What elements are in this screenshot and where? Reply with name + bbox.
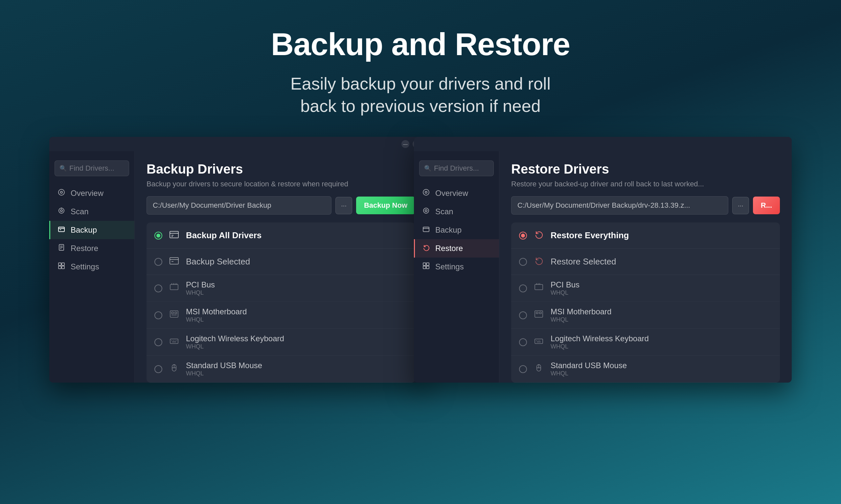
backup-panel-subtitle: Backup your drivers to secure location &… <box>147 180 415 188</box>
restore-driver-row-msi[interactable]: MSI Motherboard WHQL <box>511 302 780 329</box>
sidebar-label-overview-r: Overview <box>435 189 468 198</box>
sidebar-label-restore: Restore <box>71 244 98 253</box>
search-box-restore[interactable]: 🔍 Find Drivers... <box>419 160 494 176</box>
svg-rect-14 <box>58 266 61 269</box>
r-mouse-name: Standard USB Mouse <box>551 361 627 370</box>
driver-row-msi[interactable]: MSI Motherboard WHQL <box>147 302 415 329</box>
backup-panel-header: Backup Drivers Backup your drivers to se… <box>135 151 427 196</box>
svg-point-3 <box>61 210 63 212</box>
restore-window: 🔍 Find Drivers... Overview <box>414 137 792 383</box>
radio-backup-all[interactable] <box>154 232 162 239</box>
sidebar-item-settings-r[interactable]: Settings <box>414 257 499 276</box>
restore-panel-header: Restore Drivers Restore your backed-up d… <box>499 151 792 196</box>
radio-backup-selected[interactable] <box>154 258 162 266</box>
restore-driver-row-pci[interactable]: PCI Bus WHQL <box>511 275 780 302</box>
restore-dots-button[interactable]: ··· <box>732 197 749 214</box>
search-placeholder-restore: Find Drivers... <box>434 164 479 173</box>
sidebar-item-overview-r[interactable]: Overview <box>414 184 499 202</box>
search-placeholder: Find Drivers... <box>69 164 114 173</box>
sidebar-label-restore-r: Restore <box>435 244 463 253</box>
overview-icon-r <box>422 189 431 198</box>
keyboard-name: Logitech Wireless Keyboard <box>186 334 284 343</box>
svg-rect-49 <box>423 266 426 269</box>
radio-restore-all[interactable] <box>519 232 527 239</box>
restore-icon-r <box>422 244 431 253</box>
radio-r-mouse[interactable] <box>519 365 527 373</box>
svg-point-44 <box>425 210 427 212</box>
restore-everything-option[interactable]: Restore Everything <box>511 222 780 249</box>
radio-r-pci[interactable] <box>519 285 527 292</box>
svg-rect-47 <box>423 263 426 266</box>
sidebar-item-restore-r[interactable]: Restore <box>414 239 499 257</box>
windows-container: — □ 🔍 Find Drivers... Overview <box>26 137 815 383</box>
r-msi-name: MSI Motherboard <box>551 307 611 316</box>
sidebar-item-backup-r[interactable]: Backup <box>414 221 499 239</box>
mouse-name: Standard USB Mouse <box>186 361 262 370</box>
r-keyboard-name: Logitech Wireless Keyboard <box>551 334 649 343</box>
sidebar-label-backup-r: Backup <box>435 226 462 235</box>
search-icon-restore: 🔍 <box>424 165 431 172</box>
restore-driver-row-keyboard[interactable]: Logitech Wireless Keyboard WHQL <box>511 329 780 356</box>
svg-rect-55 <box>535 311 543 317</box>
svg-point-2 <box>59 208 64 213</box>
restore-path-row: C:/User/My Document/Driver Backup/drv-28… <box>499 196 792 222</box>
restore-driver-row-mouse[interactable]: Standard USB Mouse WHQL <box>511 356 780 383</box>
keyboard-text: Logitech Wireless Keyboard WHQL <box>186 334 284 350</box>
radio-r-msi[interactable] <box>519 311 527 319</box>
sidebar-item-restore[interactable]: Restore <box>49 239 134 257</box>
restore-panel-title: Restore Drivers <box>511 162 780 177</box>
r-msi-tag: WHQL <box>551 316 611 323</box>
backup-dots-button[interactable]: ··· <box>336 197 352 214</box>
backup-icon <box>57 226 66 235</box>
restore-now-button[interactable]: R... <box>753 197 780 214</box>
radio-msi[interactable] <box>154 311 162 319</box>
svg-rect-13 <box>62 263 64 266</box>
msi-tag: WHQL <box>186 316 247 323</box>
backup-now-button[interactable]: Backup Now <box>356 197 415 214</box>
minimize-button[interactable]: — <box>401 140 409 148</box>
restore-selected-label: Restore Selected <box>551 257 616 267</box>
backup-path-row: C:/User/My Document/Driver Backup ··· Ba… <box>135 196 427 222</box>
restore-selected-icon <box>533 255 545 268</box>
sidebar-label-backup: Backup <box>71 226 97 235</box>
restore-path-input[interactable]: C:/User/My Document/Driver Backup/drv-28… <box>511 196 728 215</box>
restore-selected-option[interactable]: Restore Selected <box>511 249 780 275</box>
radio-restore-selected[interactable] <box>519 258 527 266</box>
r-pci-name: PCI Bus <box>551 280 580 289</box>
r-pci-text: PCI Bus WHQL <box>551 280 580 296</box>
restore-driver-list: Restore Everything Restore Selected <box>511 222 780 383</box>
restore-panel-subtitle: Restore your backed-up driver and roll b… <box>511 180 780 188</box>
pci-text: PCI Bus WHQL <box>186 280 215 296</box>
sidebar-label-scan-r: Scan <box>435 207 453 216</box>
driver-row-pci[interactable]: PCI Bus WHQL <box>147 275 415 302</box>
r-mouse-text: Standard USB Mouse WHQL <box>551 361 627 377</box>
sidebar-label-overview: Overview <box>71 189 103 198</box>
sidebar-item-backup[interactable]: Backup <box>49 221 134 239</box>
titlebar-backup: — □ <box>49 137 427 151</box>
backup-all-option[interactable]: Backup All Drivers <box>147 222 415 249</box>
restore-everything-label: Restore Everything <box>551 230 629 240</box>
radio-mouse[interactable] <box>154 365 162 373</box>
svg-rect-28 <box>170 311 178 317</box>
radio-keyboard[interactable] <box>154 338 162 346</box>
radio-r-keyboard[interactable] <box>519 338 527 346</box>
backup-path-input[interactable]: C:/User/My Document/Driver Backup <box>147 196 331 215</box>
scan-icon <box>57 207 66 216</box>
sidebar-item-overview[interactable]: Overview <box>49 184 134 202</box>
pci-icon <box>168 283 180 294</box>
radio-pci[interactable] <box>154 285 162 292</box>
sidebar-item-scan[interactable]: Scan <box>49 202 134 221</box>
driver-row-keyboard[interactable]: Logitech Wireless Keyboard WHQL <box>147 329 415 356</box>
sidebar-label-scan: Scan <box>71 207 89 216</box>
backup-selected-icon <box>168 255 180 268</box>
driver-row-mouse[interactable]: Standard USB Mouse WHQL <box>147 356 415 383</box>
backup-main-content: Backup Drivers Backup your drivers to se… <box>135 137 427 383</box>
titlebar-restore <box>414 137 792 151</box>
svg-point-41 <box>423 189 429 195</box>
backup-selected-option[interactable]: Backup Selected <box>147 249 415 275</box>
search-box-backup[interactable]: 🔍 Find Drivers... <box>54 160 129 176</box>
backup-selected-label: Backup Selected <box>186 257 250 267</box>
svg-point-43 <box>424 208 429 213</box>
sidebar-item-settings[interactable]: Settings <box>49 257 134 276</box>
sidebar-item-scan-r[interactable]: Scan <box>414 202 499 221</box>
